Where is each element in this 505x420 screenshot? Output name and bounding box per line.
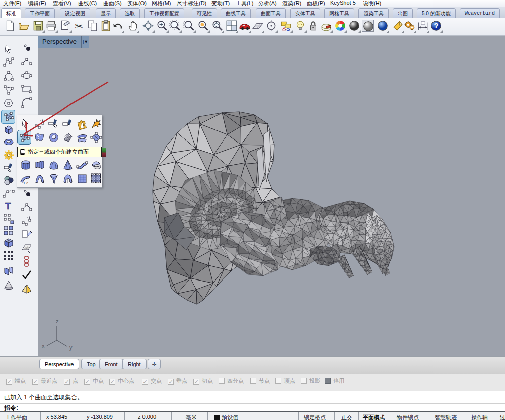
svg-text:T: T bbox=[5, 201, 11, 212]
svg-text:1 2: 1 2 bbox=[23, 181, 28, 185]
svg-text:y: y bbox=[69, 344, 73, 351]
svg-text:✂: ✂ bbox=[75, 21, 83, 32]
svg-text:z: z bbox=[56, 318, 59, 324]
svg-text:x: x bbox=[42, 343, 45, 349]
svg-text:?: ? bbox=[434, 22, 439, 30]
